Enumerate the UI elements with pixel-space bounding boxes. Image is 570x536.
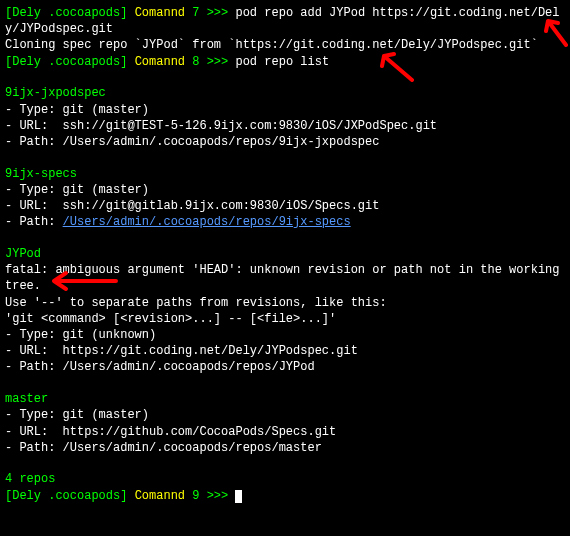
repo-path-line: - Path: /Users/admin/.cocoapods/repos/9i… bbox=[5, 214, 565, 230]
command-line-7: [Dely .cocoapods] Comannd 7 >>> pod repo… bbox=[5, 5, 565, 37]
repo-url: - URL: ssh://git@TEST-5-126.9ijx.com:983… bbox=[5, 118, 565, 134]
prompt-prefix: [Dely .cocoapods] bbox=[5, 55, 127, 69]
prompt-prefix: [Dely .cocoapods] bbox=[5, 6, 127, 20]
clone-output: Cloning spec repo `JYPod` from `https://… bbox=[5, 37, 565, 53]
repo-path: - Path: /Users/admin/.cocoapods/repos/ma… bbox=[5, 440, 565, 456]
repo-url: - URL: https://git.coding.net/Dely/JYPod… bbox=[5, 343, 565, 359]
prompt-num: 8 >>> bbox=[192, 55, 228, 69]
blank-line bbox=[5, 230, 565, 246]
repo-type: - Type: git (master) bbox=[5, 182, 565, 198]
command-line-9[interactable]: [Dely .cocoapods] Comannd 9 >>> bbox=[5, 488, 565, 504]
repo-path-link[interactable]: /Users/admin/.cocoapods/repos/9ijx-specs bbox=[63, 215, 351, 229]
error-line: Use '--' to separate paths from revision… bbox=[5, 295, 565, 311]
summary-line: 4 repos bbox=[5, 471, 565, 487]
repo-path-prefix: - Path: bbox=[5, 215, 63, 229]
command-line-8: [Dely .cocoapods] Comannd 8 >>> pod repo… bbox=[5, 54, 565, 70]
repo-path: - Path: /Users/admin/.cocoapods/repos/9i… bbox=[5, 134, 565, 150]
blank-line bbox=[5, 150, 565, 166]
repo-name: 9ijx-jxpodspec bbox=[5, 85, 565, 101]
blank-line bbox=[5, 70, 565, 86]
error-line: fatal: ambiguous argument 'HEAD': unknow… bbox=[5, 262, 565, 294]
blank-line bbox=[5, 376, 565, 392]
repo-type: - Type: git (unknown) bbox=[5, 327, 565, 343]
command-text: pod repo list bbox=[235, 55, 329, 69]
repo-name: master bbox=[5, 391, 565, 407]
cursor-icon bbox=[235, 490, 242, 503]
repo-url: - URL: ssh://git@gitlab.9ijx.com:9830/iO… bbox=[5, 198, 565, 214]
prompt-prefix: [Dely .cocoapods] bbox=[5, 489, 127, 503]
repo-path: - Path: /Users/admin/.cocoapods/repos/JY… bbox=[5, 359, 565, 375]
error-line: 'git <command> [<revision>...] -- [<file… bbox=[5, 311, 565, 327]
prompt-num: 7 >>> bbox=[192, 6, 228, 20]
repo-url: - URL: https://github.com/CocoaPods/Spec… bbox=[5, 424, 565, 440]
repo-type: - Type: git (master) bbox=[5, 102, 565, 118]
prompt-label: Comannd bbox=[135, 489, 185, 503]
blank-line bbox=[5, 456, 565, 472]
repo-name: JYPod bbox=[5, 246, 565, 262]
prompt-num: 9 >>> bbox=[192, 489, 228, 503]
prompt-label: Comannd bbox=[135, 55, 185, 69]
prompt-label: Comannd bbox=[135, 6, 185, 20]
repo-name: 9ijx-specs bbox=[5, 166, 565, 182]
repo-type: - Type: git (master) bbox=[5, 407, 565, 423]
